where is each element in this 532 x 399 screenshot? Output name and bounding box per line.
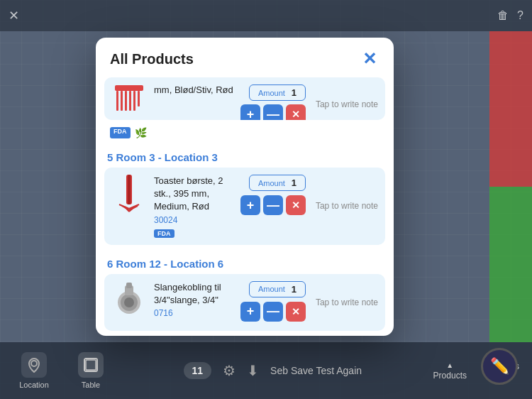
nav-label-location: Location	[19, 381, 49, 389]
all-products-modal: All Products ✕	[96, 38, 394, 336]
partial-minus-button[interactable]: —	[263, 104, 283, 120]
download-icon[interactable]: ⬇	[247, 362, 259, 379]
svg-rect-19	[126, 283, 132, 288]
modal-overlay: All Products ✕	[0, 31, 489, 342]
help-icon[interactable]: ?	[517, 9, 523, 22]
bottom-badge: 11	[184, 362, 212, 379]
partial-qty-controls: + — ✕	[240, 104, 306, 120]
svg-rect-4	[129, 91, 131, 111]
modal-title: All Products	[110, 51, 194, 67]
product-controls-toaster: Amount 1 + — ✕	[240, 175, 306, 215]
svg-rect-1	[116, 91, 118, 111]
trash-icon[interactable]: 🗑	[497, 9, 509, 22]
plus-button-toaster[interactable]: +	[240, 195, 260, 215]
qty-controls-slange: + — ✕	[240, 302, 306, 322]
right-strip-green	[489, 187, 532, 342]
svg-rect-5	[133, 91, 135, 111]
partial-amount-display: Amount 1	[249, 84, 306, 101]
partial-plus-button[interactable]: +	[240, 104, 260, 120]
nav-item-location[interactable]: Location	[6, 346, 62, 395]
edit-icon: ✏️	[490, 357, 509, 376]
partial-tap-note[interactable]: Tap to write note	[316, 99, 378, 109]
location-nav-icon	[21, 352, 47, 378]
svg-rect-3	[125, 91, 127, 111]
svg-rect-8	[128, 175, 131, 204]
svg-rect-0	[115, 85, 143, 91]
svg-rect-26	[86, 360, 96, 370]
top-bar-actions: 🗑 ?	[497, 9, 523, 22]
tab-products-label: Products	[433, 371, 467, 381]
partial-section-card: mm, Blød/Stiv, Rød Amount 1 + — ✕ T	[104, 77, 385, 120]
product-controls-slange: Amount 1 + — ✕	[240, 281, 306, 322]
nav-item-table[interactable]: Table	[62, 346, 119, 395]
vegan-badge-partial: 🌿	[135, 127, 147, 138]
partial-amount-value: 1	[292, 87, 297, 98]
modal-body: mm, Blød/Stiv, Rød Amount 1 + — ✕ T	[96, 77, 394, 336]
bottom-center-area: 11 ⚙ ⬇ Seb Save Test Again	[119, 362, 426, 379]
product-image-slange	[111, 281, 147, 324]
partial-delete-button[interactable]: ✕	[286, 104, 306, 120]
svg-point-17	[124, 297, 134, 307]
plus-button-slange[interactable]: +	[240, 302, 260, 322]
modal-close-button[interactable]: ✕	[360, 49, 379, 69]
product-sku-toaster: 30024	[154, 215, 233, 225]
partial-product-name: mm, Blød/Stiv, Rød	[154, 84, 233, 95]
top-bar-close-button[interactable]: ✕	[9, 8, 19, 23]
section-header-3: 6 Room 12 - Location 6	[104, 251, 385, 274]
product-name-slange: Slangekobling til 3/4"slange, 3/4"	[154, 281, 233, 307]
minus-button-toaster[interactable]: —	[263, 195, 283, 215]
partial-controls: Amount 1 + — ✕	[240, 84, 306, 120]
product-image-toaster	[111, 175, 147, 217]
fda-badge-partial: FDA	[110, 127, 131, 138]
svg-point-24	[31, 361, 37, 366]
amount-value-slange: 1	[292, 284, 297, 295]
svg-rect-6	[138, 91, 140, 106]
partial-content: mm, Blød/Stiv, Rød Amount 1 + — ✕ T	[111, 84, 378, 120]
amount-display-toaster: Amount 1	[249, 175, 306, 191]
minus-button-slange[interactable]: —	[263, 302, 283, 322]
product-sku-slange: 0716	[154, 308, 233, 318]
amount-label-toaster: Amount	[258, 179, 285, 187]
section-header-2: 5 Room 3 - Location 3	[104, 144, 385, 168]
product-card-toaster: Toaster børste, 2 stk., 395 mm, Medium, …	[104, 168, 385, 245]
delete-button-toaster[interactable]: ✕	[286, 195, 306, 215]
product-info-slange: Slangekobling til 3/4"slange, 3/4" 0716	[154, 281, 233, 322]
table-nav-icon	[78, 352, 104, 378]
tap-note-slange[interactable]: Tap to write note	[316, 297, 378, 307]
product-card-slange: Slangekobling til 3/4"slange, 3/4" 0716 …	[104, 274, 385, 331]
delete-button-slange[interactable]: ✕	[286, 302, 306, 322]
amount-display-slange: Amount 1	[249, 281, 306, 297]
qty-controls-toaster: + — ✕	[240, 195, 306, 215]
tab-products-arrow: ▲	[446, 361, 453, 369]
partial-product-info: mm, Blød/Stiv, Rød	[154, 84, 233, 95]
fda-badge-toaster: FDA	[154, 229, 174, 238]
svg-rect-2	[121, 91, 123, 111]
fab-edit-button[interactable]: ✏️	[481, 348, 518, 385]
right-strip-red	[489, 31, 532, 187]
amount-value-toaster: 1	[292, 177, 297, 188]
partial-badges: FDA 🌿	[104, 126, 385, 144]
bottom-center-title: Seb Save Test Again	[270, 365, 362, 376]
product-badges-toaster: FDA	[154, 229, 233, 238]
right-strip	[489, 31, 532, 342]
product-name-toaster: Toaster børste, 2 stk., 395 mm, Medium, …	[154, 175, 233, 214]
top-bar: ✕ 🗑 ?	[0, 0, 532, 31]
tab-products[interactable]: ▲ Products	[426, 359, 474, 383]
partial-amount-label: Amount	[258, 89, 285, 97]
product-image-partial	[111, 84, 147, 113]
settings-icon[interactable]: ⚙	[223, 362, 235, 379]
amount-label-slange: Amount	[258, 285, 285, 293]
product-info-toaster: Toaster børste, 2 stk., 395 mm, Medium, …	[154, 175, 233, 238]
tap-note-toaster[interactable]: Tap to write note	[316, 201, 378, 211]
nav-label-table: Table	[82, 381, 100, 389]
bottom-bar: Location Table 11 ⚙ ⬇ Seb Save Test Agai…	[0, 342, 532, 399]
modal-header: All Products ✕	[96, 38, 394, 77]
